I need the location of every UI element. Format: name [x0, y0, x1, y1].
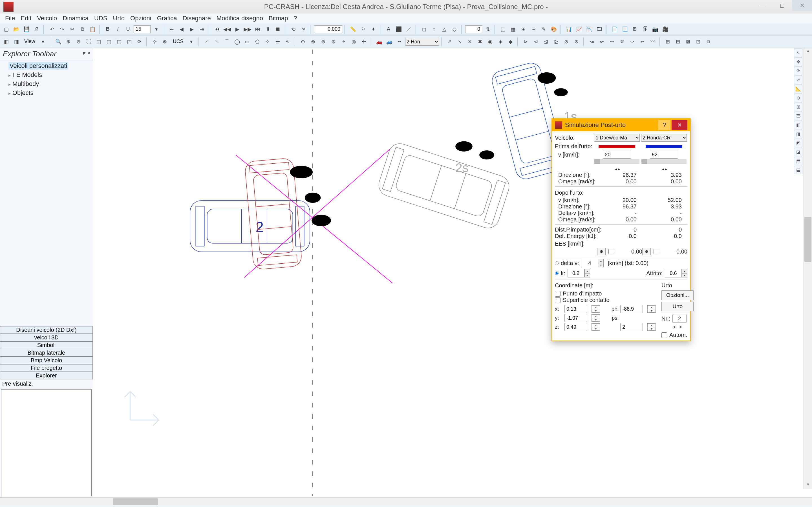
- tb-chart3-icon[interactable]: 📉: [585, 25, 594, 34]
- tb-snap6-icon[interactable]: ◎: [349, 37, 358, 46]
- tb-path2-icon[interactable]: ↘: [455, 37, 464, 46]
- menu-dinamica[interactable]: Dinamica: [60, 13, 91, 23]
- rt-move-icon[interactable]: ✥: [794, 57, 802, 66]
- tb-save-icon[interactable]: 💾: [22, 25, 31, 34]
- tb-compass-icon[interactable]: ✦: [369, 25, 378, 34]
- tb-arrow-right-icon[interactable]: ▶: [187, 25, 196, 34]
- v1-slider[interactable]: [594, 159, 640, 164]
- menu-bitmap[interactable]: Bitmap: [266, 13, 291, 23]
- tb-misc3-icon[interactable]: ⊞: [519, 25, 528, 34]
- tb-misc4-icon[interactable]: ⊟: [529, 25, 538, 34]
- tb-marker-icon[interactable]: ⚐: [359, 25, 368, 34]
- tb-misc2-icon[interactable]: ▦: [509, 25, 518, 34]
- veh2-select[interactable]: 2 Honda-CR-: [641, 134, 687, 142]
- tb-zoom4-icon[interactable]: ⛶: [84, 37, 93, 46]
- tb-shape3-icon[interactable]: △: [440, 25, 449, 34]
- menu-modifica-disegno[interactable]: Modifica disegno: [214, 13, 266, 23]
- tb-paste-icon[interactable]: 📋: [88, 25, 97, 34]
- tb-rewind-icon[interactable]: ⟲: [289, 25, 298, 34]
- radio-k[interactable]: [555, 272, 559, 275]
- chk-autom[interactable]: [661, 332, 667, 338]
- tb-step-back-icon[interactable]: ◀◀: [223, 25, 232, 34]
- maximize-button[interactable]: □: [772, 0, 792, 11]
- tb-ruler-icon[interactable]: 📏: [349, 25, 357, 34]
- tb-italic-icon[interactable]: I: [113, 25, 122, 34]
- tb-report3-icon[interactable]: 🗎: [630, 25, 640, 34]
- rt-tool9-icon[interactable]: ◧: [794, 121, 802, 129]
- tb-view-dd-icon[interactable]: ▾: [39, 37, 48, 46]
- tb-zoom8-icon[interactable]: ◰: [125, 37, 134, 46]
- tab-2d-dxf[interactable]: Diseani veicolo (2D Dxf): [0, 326, 93, 334]
- rt-measure-icon[interactable]: 📐: [794, 84, 802, 93]
- rt-tool10-icon[interactable]: ◨: [794, 129, 802, 138]
- tb-misc10-icon[interactable]: ⊞: [663, 37, 672, 46]
- chk-superficie[interactable]: [555, 297, 560, 303]
- tb-view1-icon[interactable]: ◧: [2, 37, 11, 46]
- tb-shape2-icon[interactable]: ○: [430, 25, 439, 34]
- tb-spinner-icon[interactable]: ⇅: [483, 25, 492, 34]
- tb-print-icon[interactable]: 🖨: [32, 25, 41, 34]
- tb-track2-icon[interactable]: ↜: [598, 37, 606, 46]
- tb-sim2-icon[interactable]: ⊲: [531, 37, 541, 46]
- tb-arrow-start-icon[interactable]: ⇤: [167, 25, 176, 34]
- tb-track3-icon[interactable]: ⤳: [608, 37, 617, 46]
- tb-redo-icon[interactable]: ↷: [57, 25, 66, 34]
- tb-zoom5-icon[interactable]: ◱: [94, 37, 103, 46]
- tb-sim4-icon[interactable]: ⊵: [552, 37, 561, 46]
- z-input[interactable]: [564, 323, 587, 331]
- nr-input[interactable]: [672, 315, 687, 323]
- rt-scale-icon[interactable]: ⤢: [794, 75, 802, 84]
- tb-draw4-icon[interactable]: ◯: [233, 37, 242, 46]
- menu-edit[interactable]: Edit: [18, 13, 34, 23]
- tb-sim5-icon[interactable]: ⊘: [562, 37, 571, 46]
- tb-misc6-icon[interactable]: 🎨: [549, 25, 558, 34]
- tb-draw3-icon[interactable]: ⌒: [222, 37, 232, 46]
- tb-shape1-icon[interactable]: ◻: [419, 25, 428, 34]
- menu-help[interactable]: ?: [291, 13, 300, 23]
- tb-new-icon[interactable]: ▢: [2, 25, 11, 34]
- menu-urto[interactable]: Urto: [110, 13, 128, 23]
- tree-item[interactable]: ▸Objects: [3, 89, 90, 98]
- tb-report4-icon[interactable]: 🗐: [641, 25, 650, 34]
- scrollbar-vertical[interactable]: ▴ ▾: [804, 48, 812, 489]
- tb-shape4-icon[interactable]: ◇: [450, 25, 459, 34]
- tb-bold-icon[interactable]: B: [103, 25, 112, 34]
- tb-misc11-icon[interactable]: ⊟: [673, 37, 682, 46]
- tb-pause-icon[interactable]: ⏸: [263, 25, 272, 34]
- tb-camera-icon[interactable]: 📷: [651, 25, 660, 34]
- tb-snap3-icon[interactable]: ⊛: [319, 37, 328, 46]
- ees1-btn[interactable]: ⚙: [597, 248, 606, 255]
- tb-veh3-icon[interactable]: ↔: [395, 37, 404, 46]
- tab-3d[interactable]: veicoli 3D: [0, 334, 93, 341]
- tb-ucs1-icon[interactable]: ⊹: [150, 37, 159, 46]
- tab-bitmap-lat[interactable]: Bitmap laterale: [0, 349, 93, 356]
- menu-grafica[interactable]: Grafica: [154, 13, 180, 23]
- tb-cut-icon[interactable]: ✂: [68, 25, 77, 34]
- tb-play-end-icon[interactable]: ⏭: [253, 25, 262, 34]
- tb-chart2-icon[interactable]: 📈: [574, 25, 583, 34]
- tb-track6-icon[interactable]: ⤺: [638, 37, 647, 46]
- tb-step-fwd-icon[interactable]: ▶▶: [243, 25, 252, 34]
- tb-copy-icon[interactable]: ⧉: [78, 25, 87, 34]
- rt-tool13-icon[interactable]: ⬒: [794, 157, 802, 165]
- rt-tool14-icon[interactable]: ⬓: [794, 166, 802, 174]
- tb-stop-icon[interactable]: ⏹: [273, 25, 283, 34]
- dialog-close-button[interactable]: ✕: [672, 120, 688, 130]
- ees1-chk[interactable]: [608, 249, 614, 255]
- y-input[interactable]: [564, 314, 587, 322]
- tb-draw5-icon[interactable]: ▭: [243, 37, 252, 46]
- attrito-spin[interactable]: ▴▾: [665, 269, 688, 277]
- tb-sim6-icon[interactable]: ⊗: [572, 37, 581, 46]
- tb-loop-icon[interactable]: ∞: [299, 25, 308, 34]
- tb-arrow-left-icon[interactable]: ◀: [177, 25, 186, 34]
- tb-track1-icon[interactable]: ↝: [587, 37, 596, 46]
- tb-track7-icon[interactable]: 〰: [648, 37, 657, 46]
- tb-undo-icon[interactable]: ↶: [47, 25, 56, 34]
- tb-report2-icon[interactable]: 📃: [620, 25, 629, 34]
- tb-path3-icon[interactable]: ✕: [465, 37, 474, 46]
- rt-tool11-icon[interactable]: ◩: [794, 138, 802, 147]
- tb-track4-icon[interactable]: ⤲: [618, 37, 627, 46]
- radio-deltav[interactable]: [555, 262, 559, 265]
- tab-simboli[interactable]: Simboli: [0, 341, 93, 349]
- tree-item[interactable]: ▸Multibody: [3, 79, 90, 89]
